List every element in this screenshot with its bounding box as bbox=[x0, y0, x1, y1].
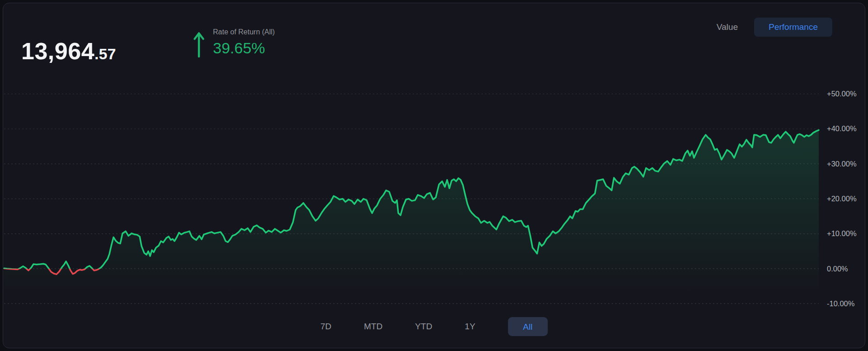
rate-of-return-value: 39.65% bbox=[213, 40, 275, 56]
range-button-ytd[interactable]: YTD bbox=[415, 317, 432, 336]
y-axis-tick-label: 0.00% bbox=[827, 265, 848, 273]
time-range-row: 7D MTD YTD 1Y All bbox=[321, 317, 548, 336]
y-axis-tick-label: +50.00% bbox=[827, 90, 857, 98]
performance-card: +50.00%+40.00%+30.00%+20.00%+10.00%0.00%… bbox=[3, 3, 865, 348]
portfolio-value-decimal: .57 bbox=[94, 45, 116, 62]
toggle-value[interactable]: Value bbox=[717, 22, 738, 32]
y-axis-tick-label: +40.00% bbox=[827, 124, 857, 133]
rate-of-return-block: Rate of Return (All) 39.65% bbox=[193, 27, 275, 58]
portfolio-value-main: 13,964 bbox=[21, 38, 94, 64]
up-arrow-icon bbox=[193, 30, 205, 58]
portfolio-value: 13,964.57 bbox=[21, 39, 116, 63]
view-toggle: Value Performance bbox=[717, 18, 832, 37]
range-button-mtd[interactable]: MTD bbox=[364, 317, 382, 336]
y-axis-tick-label: +10.00% bbox=[827, 229, 857, 237]
chart-area-fill bbox=[4, 130, 819, 317]
rate-of-return-label: Rate of Return (All) bbox=[213, 28, 275, 36]
y-axis-tick-label: -10.00% bbox=[827, 299, 855, 308]
range-button-all[interactable]: All bbox=[508, 317, 547, 336]
performance-chart[interactable]: +50.00%+40.00%+30.00%+20.00%+10.00%0.00%… bbox=[3, 3, 865, 348]
y-axis-tick-label: +30.00% bbox=[827, 160, 857, 168]
range-button-1y[interactable]: 1Y bbox=[465, 317, 475, 336]
toggle-performance[interactable]: Performance bbox=[754, 18, 832, 37]
range-button-7d[interactable]: 7D bbox=[321, 317, 331, 336]
y-axis-tick-label: +20.00% bbox=[827, 194, 857, 203]
